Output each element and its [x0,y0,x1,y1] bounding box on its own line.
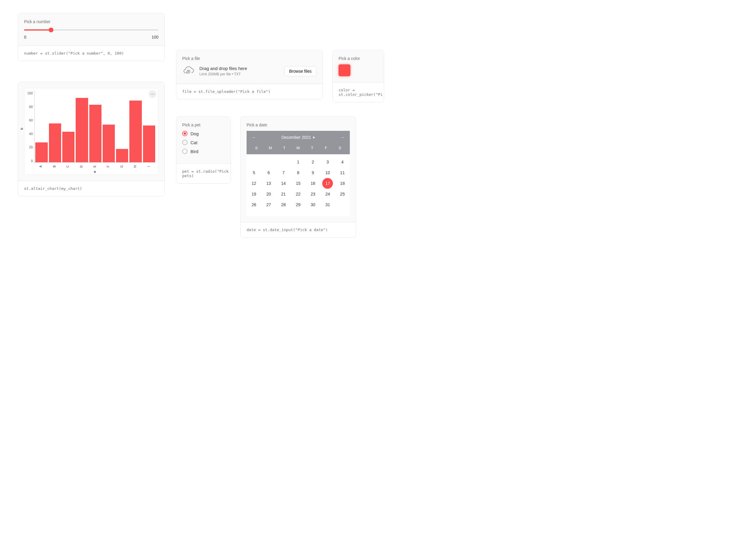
calendar-day[interactable]: 7 [276,167,291,178]
calendar-dow: T [277,144,291,152]
calendar-day[interactable]: 24 [320,189,335,199]
slider-thumb[interactable] [49,27,53,32]
slider-max: 100 [151,35,158,39]
calendar-day[interactable]: 17 [322,178,333,189]
calendar-day[interactable]: 15 [291,178,306,189]
calendar-day[interactable]: 25 [335,189,350,199]
calendar: ← December 2021 ▾ → SMTWTFS ...123456789… [247,131,350,216]
calendar-day[interactable]: 21 [276,189,291,199]
uploader-code: file = st.file_uploader("Pick a file") [176,84,322,99]
calendar-day[interactable]: 30 [306,199,320,210]
y-tick: 20 [29,145,33,149]
x-tick: H [134,160,138,172]
calendar-day[interactable]: 10 [320,167,335,178]
radio-option-label: Cat [190,140,197,145]
color-code: color = st.color_picker("Pi [333,82,384,102]
altair-chart: b 100806040200 ABCDEFGHI a [24,88,158,175]
cloud-upload-icon [182,64,195,78]
calendar-prev-button[interactable]: ← [252,135,256,140]
uploader-label: Pick a file [182,56,316,61]
calendar-day[interactable]: 20 [261,189,276,199]
bar [76,98,88,162]
uploader-title: Drag and drop files here [199,66,279,71]
x-tick: A [39,160,43,172]
x-tick: B [53,160,57,172]
calendar-day[interactable]: 4 [335,157,350,167]
slider-code: number = st.slider("Pick a number", 0, 1… [18,45,164,61]
calendar-day[interactable]: 1 [291,157,306,167]
y-axis-label: b [20,128,23,130]
calendar-day[interactable]: 19 [247,189,261,199]
y-tick: 0 [31,159,33,163]
calendar-day[interactable]: 9 [306,167,320,178]
calendar-day[interactable]: 28 [276,199,291,210]
calendar-day[interactable]: 23 [306,189,320,199]
x-tick: E [93,160,97,172]
radio-option-label: Bird [190,149,198,154]
slider-label: Pick a number [24,19,158,24]
calendar-day[interactable]: 27 [261,199,276,210]
calendar-dow: T [305,144,319,152]
calendar-day[interactable]: 18 [335,178,350,189]
radio-code: pet = st.radio("Pick a pe pets) [176,163,231,183]
y-tick: 60 [29,118,33,122]
bar [89,105,102,162]
radio-label: Pick a pet [182,123,225,127]
calendar-day[interactable]: 13 [261,178,276,189]
calendar-next-button[interactable]: → [340,135,345,140]
color-swatch[interactable] [339,64,351,76]
x-tick: D [79,160,84,172]
x-tick: C [66,160,70,172]
calendar-day[interactable]: 12 [247,178,261,189]
browse-files-button[interactable]: Browse files [284,66,316,76]
bar [49,123,61,162]
calendar-day[interactable]: 29 [291,199,306,210]
x-tick: G [120,160,124,172]
calendar-day[interactable]: 14 [276,178,291,189]
chevron-down-icon[interactable]: ▾ [313,135,315,140]
calendar-dow: F [319,144,333,152]
calendar-day[interactable]: 22 [291,189,306,199]
calendar-dow: M [264,144,277,152]
calendar-day[interactable]: 8 [291,167,306,178]
calendar-day[interactable]: 16 [306,178,320,189]
calendar-dow: S [333,144,347,152]
radio-circle-icon [182,149,188,154]
y-tick: 100 [27,91,33,95]
bar [62,132,74,162]
slider-min: 0 [24,35,26,39]
slider-track[interactable] [24,29,158,30]
color-label: Pick a color [339,56,378,61]
radio-option[interactable]: Dog [182,131,225,136]
x-tick: I [147,160,151,172]
calendar-month-title[interactable]: December 2021 [281,135,311,140]
calendar-dow: S [250,144,264,152]
radio-option[interactable]: Cat [182,140,225,145]
x-tick: F [106,160,111,172]
calendar-day[interactable]: 3 [320,157,335,167]
bar [129,101,142,162]
radio-option[interactable]: Bird [182,149,225,154]
uploader-sub: Limit 200MB per file • TXT [199,72,279,76]
date-label: Pick a date [247,123,350,127]
radio-circle-icon [182,140,188,145]
calendar-day[interactable]: 5 [247,167,261,178]
calendar-day[interactable]: 2 [306,157,320,167]
bar [103,125,115,162]
calendar-day[interactable]: 26 [247,199,261,210]
chart-code: st.altair_chart(my_chart) [18,181,164,196]
calendar-day[interactable]: 6 [261,167,276,178]
calendar-dow: W [291,144,305,152]
calendar-day[interactable]: 11 [335,167,350,178]
bar [143,126,155,162]
calendar-day[interactable]: 31 [320,199,335,210]
date-code: date = st.date_input("Pick a date") [241,222,356,237]
radio-option-label: Dog [190,131,199,136]
bar [35,143,48,162]
y-tick: 80 [29,105,33,108]
y-tick: 40 [29,132,33,136]
radio-circle-icon [182,131,188,136]
